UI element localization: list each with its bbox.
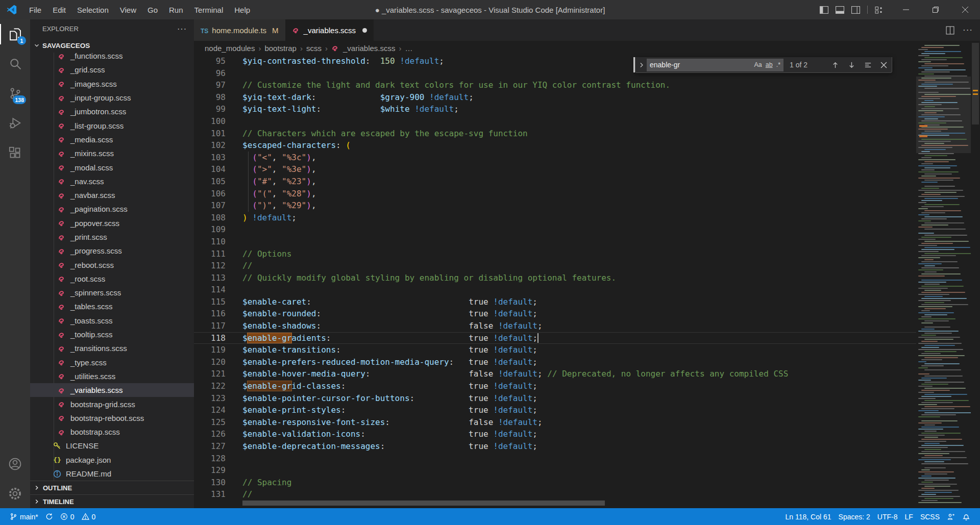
vertical-scrollbar[interactable]	[971, 41, 980, 508]
menu-terminal[interactable]: Terminal	[189, 0, 229, 19]
file-item-package.json[interactable]: {}package.json	[30, 453, 194, 467]
statusbar-indentation[interactable]: Spaces: 2	[835, 513, 874, 521]
file-item-_media.scss[interactable]: _media.scss	[30, 133, 194, 146]
editor-more-actions-icon[interactable]: ···	[963, 25, 973, 35]
code-line-106[interactable]: 106 ("(", "%28"),	[194, 188, 916, 200]
menu-view[interactable]: View	[114, 0, 142, 19]
menu-run[interactable]: Run	[163, 0, 189, 19]
file-item-_type.scss[interactable]: _type.scss	[30, 356, 194, 369]
code-line-101[interactable]: 101// Characters which are escaped by th…	[194, 128, 916, 140]
file-item-bootstrap-grid.scss[interactable]: bootstrap-grid.scss	[30, 397, 194, 411]
code-line-117[interactable]: 117$enable-shadows: false !default;	[194, 320, 916, 332]
split-editor-icon[interactable]	[946, 26, 954, 35]
file-item-_tooltip.scss[interactable]: _tooltip.scss	[30, 328, 194, 341]
minimap[interactable]	[916, 41, 971, 508]
timeline-section-header[interactable]: TIMELINE	[30, 494, 194, 508]
search-icon[interactable]	[0, 49, 30, 79]
minimize-button[interactable]	[891, 0, 921, 19]
breadcrumb-item[interactable]: node_modules	[205, 44, 255, 53]
code-line-114[interactable]: 114	[194, 284, 916, 296]
code-line-112[interactable]: 112//	[194, 260, 916, 272]
breadcrumb-item[interactable]: …	[405, 44, 413, 53]
source-control-icon[interactable]: 138	[0, 79, 30, 108]
code-line-127[interactable]: 127$enable-deprecation-messages: true !d…	[194, 440, 916, 453]
file-item-_input-group.scss[interactable]: _input-group.scss	[30, 91, 194, 105]
customize-layout-icon[interactable]	[875, 6, 883, 14]
code-line-126[interactable]: 126$enable-validation-icons: true !defau…	[194, 428, 916, 440]
tab-_variables.scss[interactable]: _variables.scss	[285, 19, 374, 41]
code-line-125[interactable]: 125$enable-responsive-font-sizes: false …	[194, 416, 916, 429]
menu-edit[interactable]: Edit	[47, 0, 71, 19]
file-item-LICENSE[interactable]: LICENSE	[30, 439, 194, 453]
code-line-111[interactable]: 111// Options	[194, 248, 916, 260]
file-item-_images.scss[interactable]: _images.scss	[30, 77, 194, 91]
statusbar-git-branch-status[interactable]: main*	[6, 508, 42, 525]
file-item-_grid.scss[interactable]: _grid.scss	[30, 63, 194, 77]
code-line-130[interactable]: 130// Spacing	[194, 477, 916, 489]
file-item-_root.scss[interactable]: _root.scss	[30, 272, 194, 286]
file-item-_toasts.scss[interactable]: _toasts.scss	[30, 314, 194, 328]
file-item-_functions.scss[interactable]: _functions.scss	[30, 53, 194, 63]
code-line-129[interactable]: 129	[194, 464, 916, 477]
file-item-bootstrap.scss[interactable]: bootstrap.scss	[30, 425, 194, 439]
file-item-_mixins.scss[interactable]: _mixins.scss	[30, 146, 194, 160]
menu-go[interactable]: Go	[142, 0, 163, 19]
file-item-_jumbotron.scss[interactable]: _jumbotron.scss	[30, 105, 194, 118]
workspace-section-header[interactable]: SAVAGECEOS	[30, 38, 194, 53]
code-line-97[interactable]: 97// Customize the light and dark text c…	[194, 79, 916, 91]
file-item-_popover.scss[interactable]: _popover.scss	[30, 216, 194, 230]
find-query[interactable]: enable-gr	[650, 61, 750, 69]
close-button[interactable]	[950, 0, 980, 19]
breadcrumb-item[interactable]: bootstrap	[264, 44, 297, 53]
statusbar-feedback[interactable]	[943, 513, 959, 521]
horizontal-scrollbar[interactable]	[242, 501, 605, 506]
toggle-secondary-sidebar-icon[interactable]	[851, 6, 860, 14]
find-in-selection-icon[interactable]	[864, 61, 872, 69]
file-item-_navbar.scss[interactable]: _navbar.scss	[30, 188, 194, 202]
file-item-_print.scss[interactable]: _print.scss	[30, 230, 194, 244]
tab-home.module.ts[interactable]: TShome.module.tsM	[194, 19, 285, 41]
code-line-105[interactable]: 105 ("#", "%23"),	[194, 176, 916, 188]
toggle-panel-icon[interactable]	[836, 6, 844, 14]
code-line-116[interactable]: 116$enable-rounded: true !default;	[194, 308, 916, 320]
code-line-128[interactable]: 128	[194, 453, 916, 465]
restore-button[interactable]	[921, 0, 950, 19]
code-line-109[interactable]: 109	[194, 223, 916, 236]
code-line-119[interactable]: 119$enable-transitions: true !default;	[194, 344, 916, 356]
code-line-118[interactable]: 118$enable-gradients: true !default;	[194, 332, 916, 344]
code-line-108[interactable]: 108) !default;	[194, 212, 916, 224]
statusbar-encoding[interactable]: UTF-8	[874, 513, 901, 521]
menu-file[interactable]: File	[23, 0, 47, 19]
toggle-replace-icon[interactable]	[635, 62, 647, 68]
code-line-110[interactable]: 110	[194, 236, 916, 248]
code-line-107[interactable]: 107 (")", "%29"),	[194, 199, 916, 212]
find-input[interactable]: enable-gr Aa ab .*	[647, 59, 783, 71]
explorer-actions-icon[interactable]: ···	[177, 24, 187, 34]
statusbar-cursor-position[interactable]: Ln 118, Col 61	[782, 513, 835, 521]
file-item-_utilities.scss[interactable]: _utilities.scss	[30, 369, 194, 383]
file-item-_tables.scss[interactable]: _tables.scss	[30, 299, 194, 313]
file-item-_variables.scss[interactable]: _variables.scss	[30, 383, 194, 397]
file-item-_list-group.scss[interactable]: _list-group.scss	[30, 118, 194, 132]
code-line-120[interactable]: 120$enable-prefers-reduced-motion-media-…	[194, 356, 916, 368]
previous-match-icon[interactable]	[831, 61, 839, 69]
code-editor[interactable]: 95$yiq-contrasted-threshold: 150 !defaul…	[194, 55, 916, 508]
code-line-121[interactable]: 121$enable-hover-media-query: false !def…	[194, 368, 916, 380]
toggle-sidebar-icon[interactable]	[820, 6, 828, 14]
statusbar-sync-status[interactable]	[42, 508, 57, 525]
code-line-104[interactable]: 104 (">", "%3e"),	[194, 163, 916, 176]
breadcrumb-item[interactable]: scss	[306, 44, 322, 53]
file-item-README.md[interactable]: README.md	[30, 467, 194, 481]
whole-word-icon[interactable]: ab	[766, 61, 773, 68]
explorer-icon[interactable]: 1	[0, 19, 30, 49]
code-line-131[interactable]: 131//	[194, 488, 916, 501]
code-line-113[interactable]: 113// Quickly modify global styling by e…	[194, 272, 916, 284]
code-line-122[interactable]: 122$enable-grid-classes: true !default;	[194, 380, 916, 392]
code-line-123[interactable]: 123$enable-pointer-cursor-for-buttons: t…	[194, 392, 916, 405]
file-item-_modal.scss[interactable]: _modal.scss	[30, 160, 194, 174]
file-item-_spinners.scss[interactable]: _spinners.scss	[30, 286, 194, 299]
match-case-icon[interactable]: Aa	[754, 61, 762, 68]
scrollbar-thumb[interactable]	[972, 43, 979, 124]
run-debug-icon[interactable]	[0, 108, 30, 138]
find-widget-sash[interactable]	[633, 57, 635, 72]
